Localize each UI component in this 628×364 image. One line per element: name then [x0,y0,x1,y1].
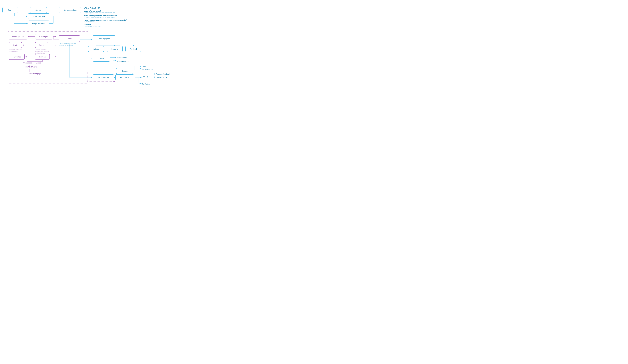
setup-item-5-note: *select from presented tags. [84,26,127,27]
groups-label: Groups [122,70,128,72]
challanges-label: Challanges [39,36,48,38]
challanges-box[interactable]: Challanges [35,34,52,39]
home-note: *Small glances at Showcase,Events and Ch… [59,43,80,46]
today-week-month-text: Today/Week/Month [23,66,37,68]
feedback-proj-text: Feedback [142,75,150,77]
setup-item-3-note: *if so have challanges ever helped get b… [84,16,127,18]
events-sub-label: Events [36,62,41,64]
lessons-label: Lessons [111,48,118,50]
feedback-ls-box[interactable]: Feedback [125,46,141,52]
feedback-ls-label: Feedback [130,48,137,50]
learning-space-box[interactable]: Learning space [93,35,115,42]
forgot-password-box[interactable]: Forgot password [28,20,49,26]
learning-space-label: Learning space [98,38,110,40]
setup-questions-label: Set-up questions [64,9,77,11]
sign-in-box[interactable]: Sign in [2,7,18,13]
diagram: Sign in Sign up Set-up questions Forgot … [0,0,188,109]
lessons-box[interactable]: Lessons [107,46,123,52]
forum-label: Forum [99,58,104,60]
chat-text: Chat [142,65,146,67]
home-label: Home [67,38,72,40]
forgot-password-label: Forgot password [32,22,45,24]
sign-up-label: Sign up [35,9,41,11]
setup-item-1: Writer, Artist, Both? [84,7,127,9]
selectd-groups-label: Selectd groups [12,36,24,38]
sign-up-box[interactable]: Sign up [30,7,47,13]
setup-questions-box[interactable]: Set-up questions [59,7,81,13]
view-feedback-text: Veiw feedback [156,77,167,79]
details-box[interactable]: Details [9,42,22,48]
favourites-box[interactable]: Favourites [9,54,25,60]
articles-box[interactable]: Articles [88,46,104,52]
forgot-username-label: Forgot username [32,15,45,17]
events-label: Events [39,44,44,46]
details-note: *Descriptions of specificevents selected… [9,49,26,52]
selectd-groups-box[interactable]: Selectd groups [9,34,27,39]
events-note: *Bigger challangesfor longer time period… [35,49,54,54]
request-feedback-text: Request feedback [156,73,170,75]
forgot-username-box[interactable]: Forgot username [28,13,49,19]
challanges-sub-label: Challanges [23,62,32,64]
showcase-box[interactable]: showcase [35,54,50,60]
forum-box[interactable]: Forum [93,56,110,62]
my-challanges-label: My challanges [98,76,109,78]
setup-item-4-note: *if so which ones? [84,21,127,22]
view-read-page-text: View/read page [29,73,41,75]
setup-item-3: Have you experienced a creative block? [84,14,127,16]
events-box[interactable]: Events [35,42,48,48]
details-label: Details [13,44,18,46]
showcase-label: showcase [39,56,46,58]
sign-in-label: Sign in [8,9,13,11]
home-box[interactable]: Home [59,35,80,42]
setup-item-4: Have you ever participated in challanges… [84,19,127,21]
users-submitted-text: users submitted [117,61,129,63]
my-projects-label: My projects [120,76,129,78]
my-projects-box[interactable]: My projects [115,74,134,80]
my-challanges-box[interactable]: My challanges [93,74,114,80]
active-groups-text: Active Groups [142,68,153,70]
favourites-label: Favourites [13,56,21,58]
setup-item-5: Interests? [84,24,127,26]
articles-label: Articles [93,48,99,50]
pushed-posts-text: Pushed posts [117,57,127,59]
edit-listen-text: Edit/listen [142,83,150,85]
setup-item-2-note: *Depending on level offer experienced fe… [84,12,127,13]
groups-box[interactable]: Groups [116,68,133,74]
setup-item-2: Level of experience? [84,10,127,12]
